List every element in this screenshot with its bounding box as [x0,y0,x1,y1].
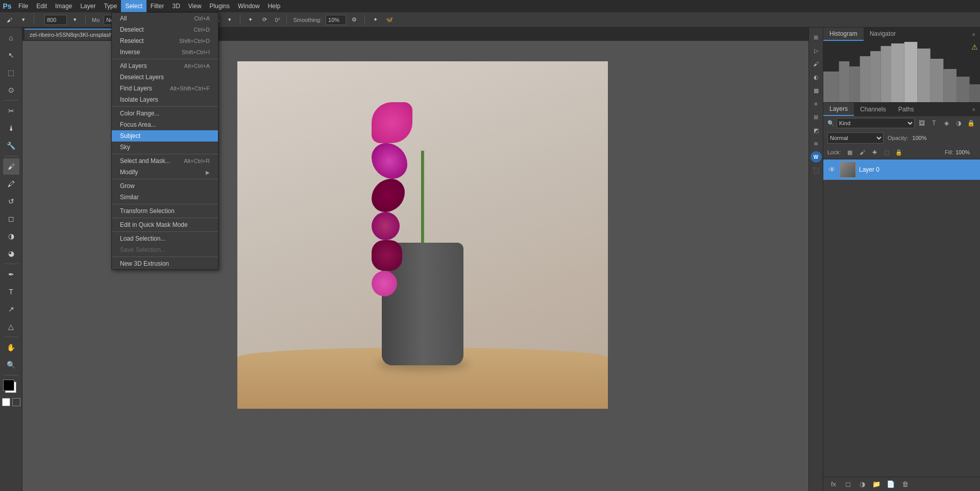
pen-tool[interactable]: ✒ [3,266,19,283]
delete-layer-button[interactable]: 🗑 [899,478,911,490]
extra-btn[interactable]: 🦋 [383,14,396,26]
brush-size-input[interactable] [44,15,67,25]
menu-item-modify[interactable]: Modify ▶ [112,167,218,178]
gradient-tool[interactable]: ◑ [3,228,19,244]
menu-item-inverse[interactable]: Inverse Shift+Ctrl+I [112,46,218,58]
menu-item-subject[interactable]: Subject [112,130,218,142]
menu-help[interactable]: Help [264,0,285,12]
foreground-color-swatch[interactable] [3,380,14,391]
filter-icon-4[interactable]: ◑ [953,118,964,128]
histogram-warning-icon[interactable]: ⚠ [971,43,978,51]
layers-icon[interactable]: ◩ [811,125,822,136]
menu-item-similar[interactable]: Similar [112,192,218,203]
menu-item-deselect[interactable]: Deselect Ctrl+D [112,24,218,35]
swatches-icon[interactable]: ▦ [811,85,822,96]
hand-tool[interactable]: ✋ [3,339,19,356]
menu-item-deselect-layers[interactable]: Deselect Layers [112,72,218,83]
patterns-icon[interactable]: ⊞ [811,111,822,123]
lock-image-icon[interactable]: 🖌 [857,147,867,157]
menu-item-all[interactable]: All Ctrl+A [112,13,218,24]
new-group-button[interactable]: 📁 [870,478,883,490]
text-tool[interactable]: T [3,284,19,300]
menu-select[interactable]: Select [121,0,146,12]
more-icon[interactable]: ⬛ [811,165,822,176]
adjustments-icon[interactable]: ▷ [811,45,822,56]
channels-icon[interactable]: ≋ [811,138,822,149]
panel-expand-btn[interactable]: ≡ [968,28,980,41]
filter-icon-3[interactable]: ◈ [941,118,951,128]
symmetry-btn[interactable]: ✦ [369,14,381,26]
brush-icon[interactable]: 🖌 [811,58,822,69]
size-arrow[interactable]: ▾ [69,14,81,26]
menu-item-reselect[interactable]: Reselect Shift+Ctrl+D [112,35,218,46]
brush-settings-btn[interactable]: ▾ [17,14,30,26]
learn-icon[interactable]: W [811,151,822,162]
menu-item-color-range[interactable]: Color Range... [112,108,218,119]
dodge-tool[interactable]: ◕ [3,245,19,262]
brush-tool[interactable]: 🖌 [3,158,19,175]
properties-icon[interactable]: ⊞ [811,32,822,43]
clone-stamp-tool[interactable]: 🖍 [3,176,19,192]
new-layer-button[interactable]: 📄 [885,478,897,490]
smoothing-settings[interactable]: ⚙ [348,14,360,26]
filter-kind-select[interactable]: Kind [837,118,915,128]
layer-mask-button[interactable]: ◻ [842,478,854,490]
paths-tab[interactable]: Paths [892,103,920,116]
gradients-icon[interactable]: ≡ [811,98,822,109]
menu-item-focus-area[interactable]: Focus Area... [112,119,218,130]
shape-tool[interactable]: △ [3,318,19,335]
healing-brush-tool[interactable]: 🔧 [3,137,19,154]
menu-item-transform-selection[interactable]: Transform Selection [112,205,218,217]
brush-angle-btn[interactable]: ⟳ [259,14,271,26]
channels-tab[interactable]: Channels [854,103,892,116]
select-tool[interactable]: ↖ [3,47,19,63]
menu-item-isolate-layers[interactable]: Isolate Layers [112,94,218,105]
layers-tab[interactable]: Layers [823,103,854,116]
smoothing-input[interactable] [326,15,346,25]
navigator-tab[interactable]: Navigator [864,28,902,41]
menu-item-save-selection[interactable]: Save Selection... [112,244,218,255]
lock-position-icon[interactable]: ✚ [869,147,879,157]
menu-item-grow[interactable]: Grow [112,180,218,192]
move-tool[interactable]: ⌂ [3,30,19,46]
layer-item-0[interactable]: 👁 Layer 0 [823,159,980,180]
lock-transparent-icon[interactable]: ▦ [845,147,855,157]
blend-mode-select[interactable]: Normal [827,132,884,144]
menu-window[interactable]: Window [234,0,264,12]
layers-panel-expand[interactable]: ≡ [968,103,980,116]
menu-filter[interactable]: Filter [146,0,168,12]
layer-adjustment-button[interactable]: ◑ [856,478,868,490]
histogram-tab[interactable]: Histogram [823,28,864,41]
color-icon[interactable]: ◐ [811,72,822,83]
magic-wand-tool[interactable]: ⊙ [3,82,19,98]
path-select-tool[interactable]: ↗ [3,301,19,317]
menu-item-find-layers[interactable]: Find Layers Alt+Shift+Ctrl+F [112,83,218,94]
filter-icon-5[interactable]: 🔒 [966,118,976,128]
crop-tool[interactable]: ✂ [3,103,19,119]
menu-edit[interactable]: Edit [32,0,51,12]
lock-artboard-icon[interactable]: ⬚ [881,147,892,157]
filter-icon-2[interactable]: T [929,118,939,128]
eyedropper-tool[interactable]: 🌡 [3,120,19,136]
menu-item-select-mask[interactable]: Select and Mask... Alt+Ctrl+R [112,155,218,167]
menu-image[interactable]: Image [51,0,76,12]
standard-mode-icon[interactable] [12,398,20,406]
menu-item-new-3d[interactable]: New 3D Extrusion [112,258,218,269]
brush-tool-preset[interactable]: 🖌 [3,14,15,26]
zoom-tool[interactable]: 🔍 [3,357,19,373]
lasso-tool[interactable]: ⬚ [3,64,19,81]
eraser-tool[interactable]: ◻ [3,211,19,227]
quick-mask-icon[interactable] [2,398,10,406]
menu-item-sky[interactable]: Sky [112,142,218,153]
layer-visibility-toggle[interactable]: 👁 [827,165,837,174]
history-brush-tool[interactable]: ↺ [3,193,19,209]
menu-item-all-layers[interactable]: All Layers Alt+Ctrl+A [112,60,218,72]
menu-type[interactable]: Type [100,0,121,12]
menu-item-quick-mask[interactable]: Edit in Quick Mask Mode [112,219,218,230]
layer-fx-button[interactable]: fx [827,478,840,490]
menu-layer[interactable]: Layer [76,0,100,12]
menu-plugins[interactable]: Plugins [206,0,234,12]
menu-item-load-selection[interactable]: Load Selection... [112,233,218,244]
menu-view[interactable]: View [184,0,206,12]
menu-file[interactable]: File [14,0,32,12]
